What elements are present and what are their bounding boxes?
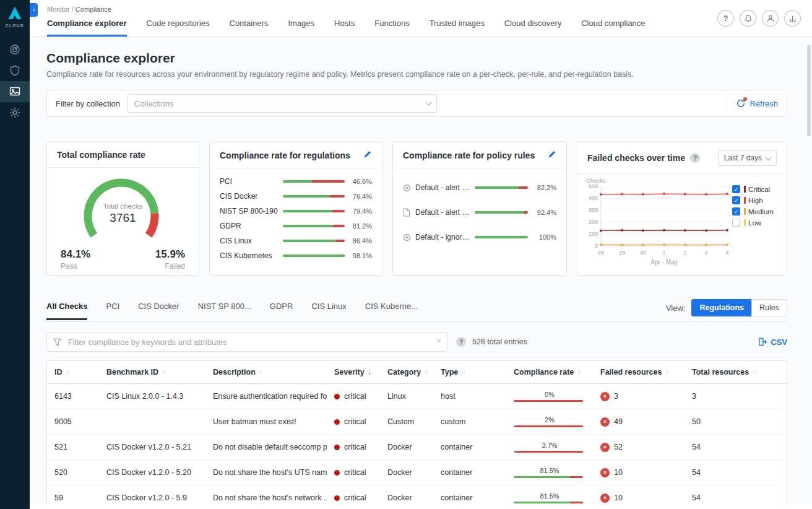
column-header-failed-resources[interactable]: Failed resources↓↑: [593, 361, 685, 383]
regulation-row[interactable]: CIS Linux86.4%: [220, 237, 372, 245]
sort-icon[interactable]: ↓↑: [259, 369, 262, 375]
compliance-bar: [283, 195, 345, 198]
results-tab-cis-kubernetes[interactable]: CIS Kuberne...: [365, 302, 418, 320]
view-rules-button[interactable]: Rules: [751, 299, 787, 316]
breadcrumb-section[interactable]: Monitor /: [47, 6, 74, 13]
legend-item-medium[interactable]: ✓Medium: [732, 207, 774, 215]
app-logo[interactable]: CLOUD: [0, 0, 30, 28]
tab-compliance-explorer[interactable]: Compliance explorer: [47, 19, 127, 37]
tab-code-repositories[interactable]: Code repositories: [147, 19, 210, 37]
help-icon[interactable]: ?: [690, 153, 700, 163]
legend-item-critical[interactable]: ✓Critical: [732, 185, 774, 193]
table-row[interactable]: 9005 User batman must exist! critical Cu…: [47, 409, 787, 435]
search-input[interactable]: [46, 332, 447, 352]
main-area: Monitor / Compliance Compliance explorer…: [30, 0, 812, 509]
help-icon[interactable]: ?: [456, 337, 466, 347]
policy-rule-row[interactable]: Default - ignore T... 100%: [403, 233, 556, 241]
page-scrollbar[interactable]: [807, 45, 811, 136]
sidebar-item-monitor[interactable]: [0, 81, 30, 102]
cell-category: Docker: [380, 460, 433, 485]
column-header-severity[interactable]: Severity↓: [327, 361, 380, 383]
table-row[interactable]: 520 CIS Docker v1.2.0 - 5.20 Do not shar…: [47, 460, 787, 485]
regulation-row[interactable]: GDPR81.2%: [220, 222, 372, 230]
legend-checkbox[interactable]: ✓: [732, 196, 740, 204]
sort-icon[interactable]: ↓↑: [162, 369, 165, 375]
results-tab-cis-linux[interactable]: CIS Linux: [311, 302, 346, 320]
results-tab-cis-docker[interactable]: CIS Docker: [138, 302, 179, 320]
tab-trusted-images[interactable]: Trusted images: [430, 19, 485, 37]
tab-functions[interactable]: Functions: [374, 19, 409, 37]
regulation-percent: 98.1%: [350, 252, 372, 259]
column-header-type[interactable]: Type↓↑: [433, 361, 506, 383]
sidebar-item-radar[interactable]: [0, 39, 30, 60]
tab-cloud-compliance[interactable]: Cloud compliance: [581, 19, 645, 37]
collections-input[interactable]: [127, 94, 437, 113]
regulation-row[interactable]: CIS Docker76.4%: [220, 192, 372, 201]
cell-compliance-rate: 81.5%: [506, 460, 593, 485]
policy-rule-row[interactable]: Default - alert on c... 82.2%: [403, 183, 556, 192]
csv-export-button[interactable]: CSV: [758, 337, 787, 347]
regulation-row[interactable]: NIST SP 800-19079.4%: [220, 207, 372, 215]
refresh-button[interactable]: Refresh: [736, 98, 778, 108]
sidebar: CLOUD: [0, 0, 30, 509]
tab-hosts[interactable]: Hosts: [334, 19, 355, 37]
time-range-select[interactable]: Last 7 days: [718, 150, 777, 166]
cell-id: 6143: [47, 384, 99, 409]
sort-icon[interactable]: ↓↑: [665, 369, 668, 375]
edit-pencil-icon[interactable]: [363, 150, 372, 160]
table-row[interactable]: 59 CIS Docker v1.2.0 - 5.9 Do not share …: [47, 485, 787, 505]
notifications-bell-icon[interactable]: [740, 10, 756, 27]
help-icon[interactable]: ?: [717, 10, 734, 27]
tab-containers[interactable]: Containers: [230, 19, 269, 37]
regulation-percent: 86.4%: [350, 237, 372, 245]
column-header-total-resources[interactable]: Total resources↓↑: [685, 361, 787, 383]
regulation-row[interactable]: CIS Kubernetes98.1%: [220, 251, 372, 260]
svg-text:1: 1: [662, 250, 665, 256]
column-header-description[interactable]: Description↓↑: [205, 361, 327, 383]
regulation-percent: 76.4%: [350, 193, 372, 200]
regulation-row[interactable]: PCI46.6%: [220, 177, 372, 186]
column-header-benchmark[interactable]: Benchmark ID↓↑: [99, 361, 205, 383]
user-profile-icon[interactable]: [762, 10, 779, 27]
table-row[interactable]: 6143 CIS Linux 2.0.0 - 1.4.3 Ensure auth…: [47, 384, 787, 409]
sort-icon[interactable]: ↓↑: [66, 369, 69, 375]
cell-failed-resources: ×49: [593, 409, 685, 434]
column-header-compliance-rate[interactable]: Compliance rate↓↑: [506, 361, 593, 383]
sort-icon[interactable]: ↓↑: [424, 369, 427, 375]
results-tab-all-checks[interactable]: All Checks: [46, 302, 87, 320]
results-tab-nist[interactable]: NIST SP 800...: [198, 302, 251, 320]
legend-checkbox[interactable]: [732, 219, 740, 227]
sort-icon[interactable]: ↓↑: [461, 369, 464, 375]
clear-search-icon[interactable]: ×: [436, 336, 441, 346]
sidebar-item-manage[interactable]: [0, 102, 30, 123]
tab-images[interactable]: Images: [288, 19, 314, 37]
cell-id: 521: [47, 435, 99, 459]
column-header-category[interactable]: Category↓↑: [380, 361, 433, 383]
sort-icon[interactable]: ↓↑: [577, 369, 580, 375]
legend-checkbox[interactable]: ✓: [732, 185, 740, 193]
edit-pencil-icon[interactable]: [548, 150, 556, 160]
sort-icon[interactable]: ↓↑: [752, 369, 755, 375]
table-row[interactable]: 521 CIS Docker v1.2.0 - 5.21 Do not disa…: [47, 435, 787, 460]
policy-rule-row[interactable]: Default - alert on c... 92.4%: [403, 208, 556, 217]
view-regulations-button[interactable]: Regulations: [691, 299, 752, 316]
sidebar-item-defend[interactable]: [0, 60, 30, 81]
usage-chart-icon[interactable]: [784, 10, 801, 27]
regulation-name: CIS Docker: [220, 192, 283, 201]
sidebar-expand-button[interactable]: ›: [30, 3, 38, 17]
legend-item-low[interactable]: Low: [732, 219, 774, 227]
legend-checkbox[interactable]: ✓: [732, 207, 740, 215]
logo-icon: [7, 6, 22, 20]
column-header-id[interactable]: ID↓↑: [47, 361, 99, 383]
policy-rule-percent: 92.4%: [533, 209, 556, 216]
svg-text:30: 30: [640, 250, 646, 256]
compliance-bar: [283, 225, 345, 227]
collections-select[interactable]: [127, 94, 437, 113]
compliance-bar: [514, 502, 583, 503]
legend-item-high[interactable]: ✓High: [732, 196, 774, 204]
sort-descending-icon[interactable]: ↓: [368, 368, 371, 376]
cell-description: User batman must exist!: [205, 409, 327, 434]
results-tab-pci[interactable]: PCI: [106, 302, 119, 320]
results-tab-gdpr[interactable]: GDPR: [270, 302, 293, 320]
tab-cloud-discovery[interactable]: Cloud discovery: [504, 19, 562, 37]
